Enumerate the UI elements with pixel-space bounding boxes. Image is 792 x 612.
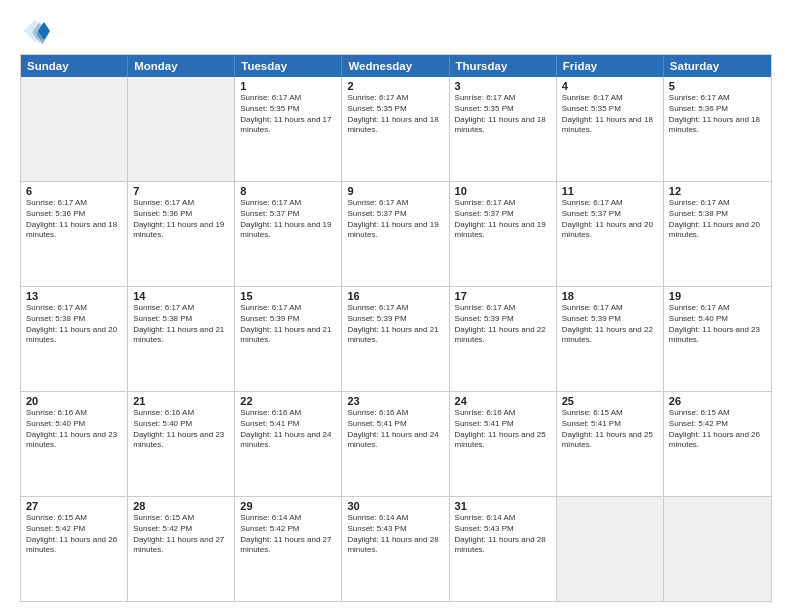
day-number: 23 bbox=[347, 395, 443, 407]
day-info: Sunrise: 6:16 AM Sunset: 5:41 PM Dayligh… bbox=[455, 408, 551, 451]
weekday-header-monday: Monday bbox=[128, 55, 235, 77]
day-number: 24 bbox=[455, 395, 551, 407]
day-info: Sunrise: 6:14 AM Sunset: 5:43 PM Dayligh… bbox=[347, 513, 443, 556]
calendar-day-31: 31Sunrise: 6:14 AM Sunset: 5:43 PM Dayli… bbox=[450, 497, 557, 601]
day-number: 3 bbox=[455, 80, 551, 92]
calendar-day-28: 28Sunrise: 6:15 AM Sunset: 5:42 PM Dayli… bbox=[128, 497, 235, 601]
calendar-day-19: 19Sunrise: 6:17 AM Sunset: 5:40 PM Dayli… bbox=[664, 287, 771, 391]
day-number: 1 bbox=[240, 80, 336, 92]
weekday-header-friday: Friday bbox=[557, 55, 664, 77]
calendar-header: SundayMondayTuesdayWednesdayThursdayFrid… bbox=[21, 55, 771, 77]
day-info: Sunrise: 6:17 AM Sunset: 5:36 PM Dayligh… bbox=[133, 198, 229, 241]
calendar-body: 1Sunrise: 6:17 AM Sunset: 5:35 PM Daylig… bbox=[21, 77, 771, 601]
calendar-day-22: 22Sunrise: 6:16 AM Sunset: 5:41 PM Dayli… bbox=[235, 392, 342, 496]
calendar-day-14: 14Sunrise: 6:17 AM Sunset: 5:38 PM Dayli… bbox=[128, 287, 235, 391]
calendar-day-29: 29Sunrise: 6:14 AM Sunset: 5:42 PM Dayli… bbox=[235, 497, 342, 601]
weekday-header-wednesday: Wednesday bbox=[342, 55, 449, 77]
day-number: 6 bbox=[26, 185, 122, 197]
calendar-week-1: 1Sunrise: 6:17 AM Sunset: 5:35 PM Daylig… bbox=[21, 77, 771, 182]
day-number: 20 bbox=[26, 395, 122, 407]
day-info: Sunrise: 6:17 AM Sunset: 5:35 PM Dayligh… bbox=[240, 93, 336, 136]
day-info: Sunrise: 6:17 AM Sunset: 5:38 PM Dayligh… bbox=[26, 303, 122, 346]
day-number: 10 bbox=[455, 185, 551, 197]
weekday-header-saturday: Saturday bbox=[664, 55, 771, 77]
day-number: 30 bbox=[347, 500, 443, 512]
day-info: Sunrise: 6:17 AM Sunset: 5:40 PM Dayligh… bbox=[669, 303, 766, 346]
calendar-day-24: 24Sunrise: 6:16 AM Sunset: 5:41 PM Dayli… bbox=[450, 392, 557, 496]
calendar-day-5: 5Sunrise: 6:17 AM Sunset: 5:36 PM Daylig… bbox=[664, 77, 771, 181]
day-info: Sunrise: 6:17 AM Sunset: 5:39 PM Dayligh… bbox=[455, 303, 551, 346]
day-number: 14 bbox=[133, 290, 229, 302]
day-number: 19 bbox=[669, 290, 766, 302]
day-number: 2 bbox=[347, 80, 443, 92]
day-number: 17 bbox=[455, 290, 551, 302]
empty-cell bbox=[664, 497, 771, 601]
calendar-day-12: 12Sunrise: 6:17 AM Sunset: 5:38 PM Dayli… bbox=[664, 182, 771, 286]
day-number: 9 bbox=[347, 185, 443, 197]
day-number: 28 bbox=[133, 500, 229, 512]
calendar-day-8: 8Sunrise: 6:17 AM Sunset: 5:37 PM Daylig… bbox=[235, 182, 342, 286]
day-number: 8 bbox=[240, 185, 336, 197]
day-info: Sunrise: 6:17 AM Sunset: 5:38 PM Dayligh… bbox=[133, 303, 229, 346]
calendar-day-16: 16Sunrise: 6:17 AM Sunset: 5:39 PM Dayli… bbox=[342, 287, 449, 391]
day-info: Sunrise: 6:17 AM Sunset: 5:37 PM Dayligh… bbox=[455, 198, 551, 241]
calendar-day-3: 3Sunrise: 6:17 AM Sunset: 5:35 PM Daylig… bbox=[450, 77, 557, 181]
header bbox=[20, 16, 772, 46]
day-info: Sunrise: 6:16 AM Sunset: 5:40 PM Dayligh… bbox=[26, 408, 122, 451]
calendar-day-2: 2Sunrise: 6:17 AM Sunset: 5:35 PM Daylig… bbox=[342, 77, 449, 181]
day-info: Sunrise: 6:15 AM Sunset: 5:42 PM Dayligh… bbox=[669, 408, 766, 451]
calendar-day-15: 15Sunrise: 6:17 AM Sunset: 5:39 PM Dayli… bbox=[235, 287, 342, 391]
logo bbox=[20, 16, 54, 46]
calendar-day-7: 7Sunrise: 6:17 AM Sunset: 5:36 PM Daylig… bbox=[128, 182, 235, 286]
calendar-day-6: 6Sunrise: 6:17 AM Sunset: 5:36 PM Daylig… bbox=[21, 182, 128, 286]
day-number: 25 bbox=[562, 395, 658, 407]
day-info: Sunrise: 6:17 AM Sunset: 5:39 PM Dayligh… bbox=[240, 303, 336, 346]
weekday-header-tuesday: Tuesday bbox=[235, 55, 342, 77]
day-info: Sunrise: 6:14 AM Sunset: 5:43 PM Dayligh… bbox=[455, 513, 551, 556]
day-number: 16 bbox=[347, 290, 443, 302]
calendar-day-10: 10Sunrise: 6:17 AM Sunset: 5:37 PM Dayli… bbox=[450, 182, 557, 286]
day-number: 15 bbox=[240, 290, 336, 302]
day-number: 5 bbox=[669, 80, 766, 92]
calendar-week-3: 13Sunrise: 6:17 AM Sunset: 5:38 PM Dayli… bbox=[21, 287, 771, 392]
calendar-week-4: 20Sunrise: 6:16 AM Sunset: 5:40 PM Dayli… bbox=[21, 392, 771, 497]
page: SundayMondayTuesdayWednesdayThursdayFrid… bbox=[0, 0, 792, 612]
day-number: 26 bbox=[669, 395, 766, 407]
weekday-header-sunday: Sunday bbox=[21, 55, 128, 77]
day-number: 18 bbox=[562, 290, 658, 302]
day-number: 4 bbox=[562, 80, 658, 92]
day-info: Sunrise: 6:17 AM Sunset: 5:37 PM Dayligh… bbox=[562, 198, 658, 241]
day-info: Sunrise: 6:17 AM Sunset: 5:36 PM Dayligh… bbox=[669, 93, 766, 136]
day-number: 22 bbox=[240, 395, 336, 407]
logo-icon bbox=[20, 16, 50, 46]
day-number: 29 bbox=[240, 500, 336, 512]
day-info: Sunrise: 6:17 AM Sunset: 5:37 PM Dayligh… bbox=[240, 198, 336, 241]
calendar-day-11: 11Sunrise: 6:17 AM Sunset: 5:37 PM Dayli… bbox=[557, 182, 664, 286]
day-info: Sunrise: 6:16 AM Sunset: 5:40 PM Dayligh… bbox=[133, 408, 229, 451]
day-number: 27 bbox=[26, 500, 122, 512]
calendar-week-5: 27Sunrise: 6:15 AM Sunset: 5:42 PM Dayli… bbox=[21, 497, 771, 601]
day-info: Sunrise: 6:15 AM Sunset: 5:42 PM Dayligh… bbox=[133, 513, 229, 556]
day-number: 12 bbox=[669, 185, 766, 197]
day-info: Sunrise: 6:15 AM Sunset: 5:42 PM Dayligh… bbox=[26, 513, 122, 556]
day-info: Sunrise: 6:17 AM Sunset: 5:35 PM Dayligh… bbox=[562, 93, 658, 136]
day-info: Sunrise: 6:16 AM Sunset: 5:41 PM Dayligh… bbox=[347, 408, 443, 451]
day-number: 31 bbox=[455, 500, 551, 512]
day-info: Sunrise: 6:17 AM Sunset: 5:38 PM Dayligh… bbox=[669, 198, 766, 241]
calendar-day-18: 18Sunrise: 6:17 AM Sunset: 5:39 PM Dayli… bbox=[557, 287, 664, 391]
day-info: Sunrise: 6:17 AM Sunset: 5:37 PM Dayligh… bbox=[347, 198, 443, 241]
calendar-day-21: 21Sunrise: 6:16 AM Sunset: 5:40 PM Dayli… bbox=[128, 392, 235, 496]
calendar-day-1: 1Sunrise: 6:17 AM Sunset: 5:35 PM Daylig… bbox=[235, 77, 342, 181]
calendar-day-30: 30Sunrise: 6:14 AM Sunset: 5:43 PM Dayli… bbox=[342, 497, 449, 601]
day-number: 13 bbox=[26, 290, 122, 302]
day-info: Sunrise: 6:17 AM Sunset: 5:35 PM Dayligh… bbox=[347, 93, 443, 136]
calendar-day-23: 23Sunrise: 6:16 AM Sunset: 5:41 PM Dayli… bbox=[342, 392, 449, 496]
day-info: Sunrise: 6:17 AM Sunset: 5:39 PM Dayligh… bbox=[562, 303, 658, 346]
calendar-day-4: 4Sunrise: 6:17 AM Sunset: 5:35 PM Daylig… bbox=[557, 77, 664, 181]
day-info: Sunrise: 6:17 AM Sunset: 5:39 PM Dayligh… bbox=[347, 303, 443, 346]
day-number: 11 bbox=[562, 185, 658, 197]
empty-cell bbox=[128, 77, 235, 181]
calendar: SundayMondayTuesdayWednesdayThursdayFrid… bbox=[20, 54, 772, 602]
day-info: Sunrise: 6:17 AM Sunset: 5:36 PM Dayligh… bbox=[26, 198, 122, 241]
day-info: Sunrise: 6:15 AM Sunset: 5:41 PM Dayligh… bbox=[562, 408, 658, 451]
